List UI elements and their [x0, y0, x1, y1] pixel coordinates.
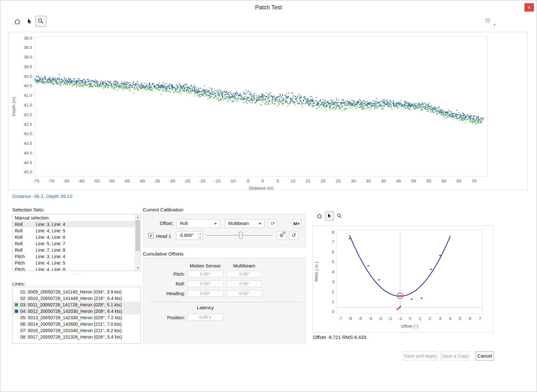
rms-offset-chart[interactable]: 012345678-7-6-5-4-3-2-101234567Offset (°…: [312, 226, 493, 332]
selection-set-type: Pitch: [13, 253, 36, 260]
line-row[interactable]: 02: 0010_20050728_141449_Heron (216°, 6.…: [13, 295, 140, 302]
motion-sensor-field[interactable]: 0.00°: [187, 271, 223, 277]
rms-select-tool-button[interactable]: [325, 211, 334, 220]
scroll-up-icon[interactable]: ▲: [135, 214, 140, 220]
head1-offset-spinner[interactable]: -0.808° ▲ ▼: [176, 231, 203, 240]
selection-set-type: Roll: [13, 228, 36, 234]
line-label: 01: 0009_20050728_141140_Heron (034°, 3.…: [20, 289, 122, 294]
cumulative-row: Heading:0.00°0.00°: [143, 289, 306, 299]
head1-checkbox[interactable]: ✓: [148, 233, 154, 238]
magnifier-icon: [336, 213, 343, 219]
axis-text: Depth (m): [11, 97, 16, 116]
selection-sets-list[interactable]: Manual selectionRollLine: 3, Line: 4Roll…: [12, 214, 141, 271]
save-and-apply-button[interactable]: Save and Apply: [403, 351, 438, 360]
selection-set-row[interactable]: RollLine: 5, Line: 7: [13, 240, 135, 247]
slider-handle[interactable]: [239, 232, 243, 239]
selection-sets-label: Selection Sets:: [12, 207, 44, 212]
multibeam-field[interactable]: 0.00°: [227, 271, 262, 277]
line-color-marker: [15, 303, 18, 306]
line-row[interactable]: 01: 0009_20050728_141140_Heron (034°, 3.…: [13, 289, 140, 295]
device-dropdown[interactable]: Multibeam: [225, 219, 264, 228]
latency-title: Latency: [187, 305, 223, 310]
axis-text: 6: [332, 249, 334, 254]
memory-add-button[interactable]: M+: [292, 219, 301, 228]
axis-text: 4: [332, 269, 334, 274]
line-row[interactable]: 05: 0013_20050728_142330_Heron (029°, 7.…: [13, 314, 140, 321]
axis-text: 1: [332, 299, 334, 304]
recompute-button[interactable]: ⟳: [268, 219, 277, 228]
lines-list[interactable]: 01: 0009_20050728_141140_Heron (034°, 3.…: [12, 287, 141, 344]
offset-type-dropdown[interactable]: Roll: [177, 219, 220, 228]
depth-profile-plot[interactable]: 38.038.539.039.540.040.541.041.542.042.5…: [9, 32, 527, 190]
axis-text: 40.5: [24, 83, 32, 88]
axis-text: 39.0: [24, 55, 32, 60]
line-label: 04: 0012_20050728_142030_Heron (209°, 6.…: [20, 309, 122, 314]
line-row[interactable]: 04: 0012_20050728_142030_Heron (209°, 6.…: [13, 308, 140, 314]
selection-set-row[interactable]: PitchLine: 4, Line: 8: [13, 266, 135, 271]
axis-text: Distance (m): [249, 186, 274, 190]
cancel-button[interactable]: Cancel: [476, 351, 494, 360]
axis-text: -60: [78, 179, 85, 183]
axis-text: -25: [184, 179, 190, 183]
save-a-copy-button[interactable]: Save a Copy: [441, 351, 469, 360]
splitter-handle[interactable]: ······: [12, 272, 141, 275]
home-icon: [14, 18, 21, 25]
spin-up-icon[interactable]: ▲: [198, 231, 202, 236]
selection-set-lines: Line: 3, Line: 4: [36, 221, 65, 228]
cursor-position-readout: Distance -36.3, Depth 39.10: [12, 193, 72, 199]
selection-set-row[interactable]: Manual selection: [13, 215, 135, 221]
line-row[interactable]: 06: 0014_20050728_142600_Heron (211°, 7.…: [13, 321, 140, 327]
multibeam-field[interactable]: 0.00°: [227, 280, 262, 287]
home-button[interactable]: [12, 16, 23, 27]
line-row[interactable]: 07: 0016_20050728_151040_Heron (211°, 8.…: [13, 327, 140, 334]
offset-slider[interactable]: [207, 231, 273, 240]
selection-set-type: Pitch: [13, 266, 36, 271]
multibeam-column-header: Multibeam: [227, 263, 262, 268]
m-plus-label: M+: [293, 221, 300, 226]
motion-sensor-field[interactable]: 0.00°: [187, 290, 223, 297]
selection-set-row[interactable]: RollLine: 7, Line: 8: [13, 247, 135, 253]
rms-zoom-tool-button[interactable]: [335, 211, 344, 220]
axis-text: 7: [479, 316, 481, 321]
line-label: 08: 0017_20050728_151326_Heron (026°, 5.…: [20, 334, 122, 340]
chevron-down-icon: [214, 223, 217, 225]
selection-set-lines: Line: 4, Line: 8: [36, 234, 65, 240]
axis-text: 44.5: [24, 160, 32, 165]
settings-button[interactable]: ⚙⚙: [277, 231, 286, 240]
chart-options-button[interactable]: ▾: [486, 18, 495, 26]
titlebar: Patch Test ✕: [0, 0, 537, 14]
motion-sensor-field[interactable]: 0.00°: [187, 280, 223, 287]
scrollbar-thumb[interactable]: [135, 220, 140, 251]
depth-profile-chart[interactable]: 38.038.539.039.540.040.541.041.542.042.5…: [8, 32, 528, 190]
position-latency-field[interactable]: 0.00 s: [187, 314, 223, 321]
scroll-down-icon[interactable]: ▼: [135, 265, 140, 271]
rms-home-button[interactable]: [315, 211, 324, 220]
selection-set-row[interactable]: RollLine: 3, Line: 4: [13, 221, 135, 228]
axis-text: -20: [199, 179, 206, 183]
axis-text: -15: [214, 179, 221, 183]
multibeam-field[interactable]: 0.00°: [227, 290, 262, 297]
selection-set-row[interactable]: PitchLine: 4, Line: 5: [13, 260, 135, 266]
zoom-tool-button[interactable]: [35, 16, 46, 27]
selection-sets-scrollbar[interactable]: ▲ ▼: [135, 214, 140, 271]
selection-set-row[interactable]: RollLine: 4, Line: 8: [13, 234, 135, 240]
axis-text: 5: [459, 316, 461, 321]
spin-down-icon[interactable]: ▼: [198, 236, 202, 239]
line-label: 07: 0016_20050728_151040_Heron (211°, 8.…: [20, 328, 122, 333]
undo-button[interactable]: ↺: [289, 231, 298, 240]
selection-set-lines: Line: 4, Line: 5: [36, 228, 65, 234]
cumulative-row: Pitch:0.00°0.00°: [143, 270, 306, 279]
axis-text: 65: [457, 179, 461, 183]
axis-text: -4: [368, 316, 372, 321]
selection-set-row[interactable]: PitchLine: 3, Line: 4: [13, 253, 135, 260]
rms-offset-plot[interactable]: 012345678-7-6-5-4-3-2-101234567Offset (°…: [313, 226, 493, 332]
scatter-series-line-04-blue: [34, 74, 484, 122]
line-row[interactable]: 03: 0011_20050728_141728_Heron (028°, 5.…: [13, 302, 140, 308]
axis-text: 8: [332, 230, 334, 235]
cumulative-offsets-group: Motion Sensor Multibeam Pitch:0.00°0.00°…: [143, 257, 306, 344]
line-row[interactable]: 08: 0017_20050728_151326_Heron (026°, 5.…: [13, 334, 140, 340]
close-button[interactable]: ✕: [524, 3, 534, 12]
axis-text: 2: [332, 289, 334, 294]
select-tool-button[interactable]: [24, 16, 35, 27]
selection-set-row[interactable]: RollLine: 4, Line: 5: [13, 228, 135, 234]
